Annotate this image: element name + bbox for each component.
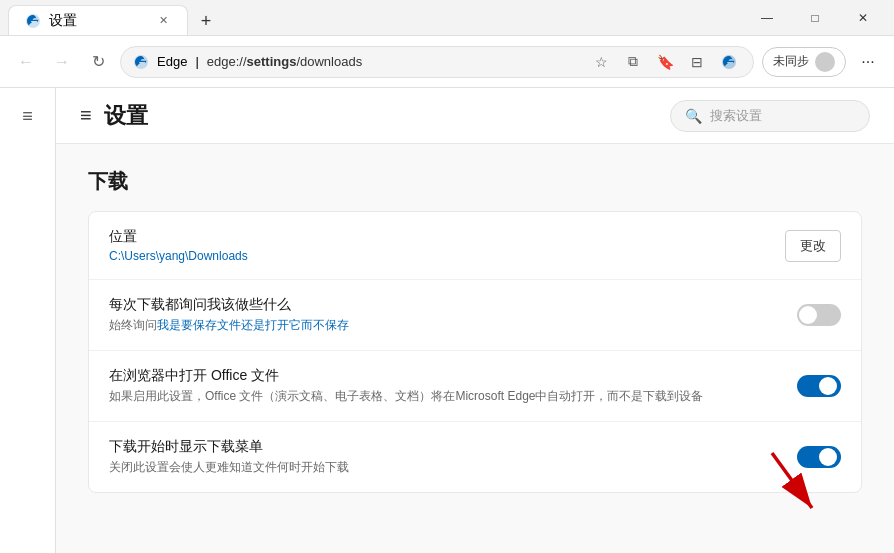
close-btn[interactable]: ✕ — [840, 3, 886, 33]
row-ask-title: 每次下载都询问我该做些什么 — [109, 296, 781, 314]
row-download-subtitle: 关闭此设置会使人更难知道文件何时开始下载 — [109, 459, 781, 476]
split-screen-icon[interactable]: ⧉ — [621, 50, 645, 74]
settings-header: ≡ 设置 🔍 搜索设置 — [56, 88, 894, 144]
ask-toggle[interactable] — [797, 304, 841, 326]
sync-btn[interactable]: 未同步 — [762, 47, 846, 77]
window-controls: — □ ✕ — [744, 3, 886, 33]
sidebar-menu-icon[interactable]: ≡ — [8, 96, 48, 136]
favorites-icon[interactable]: ☆ — [589, 50, 613, 74]
minimize-btn[interactable]: — — [744, 3, 790, 33]
maximize-btn[interactable]: □ — [792, 3, 838, 33]
settings-title-area: ≡ 设置 — [80, 101, 148, 131]
address-bar: ← → ↻ Edge | edge://settings/downloads ☆… — [0, 36, 894, 88]
add-to-favorites-icon[interactable]: 🔖 — [653, 50, 677, 74]
address-edge-label: Edge — [157, 54, 187, 69]
row-office-content: 在浏览器中打开 Office 文件 如果启用此设置，Office 文件（演示文稿… — [109, 367, 781, 405]
row-location-title: 位置 — [109, 228, 769, 246]
row-office-title: 在浏览器中打开 Office 文件 — [109, 367, 781, 385]
tab-bar: 设置 ✕ + — [8, 0, 744, 35]
address-url: edge://settings/downloads — [207, 54, 362, 69]
avatar — [815, 52, 835, 72]
tab-favicon-icon — [25, 13, 41, 29]
ask-toggle-thumb — [799, 306, 817, 324]
settings-menu-icon[interactable]: ≡ — [80, 104, 92, 127]
settings-card: 位置 C:\Users\yang\Downloads 更改 每次下载都询问我该做… — [88, 211, 862, 493]
search-box[interactable]: 🔍 搜索设置 — [670, 100, 870, 132]
title-bar: 设置 ✕ + — □ ✕ — [0, 0, 894, 36]
settings-row-download-menu: 下载开始时显示下载菜单 关闭此设置会使人更难知道文件何时开始下载 — [89, 422, 861, 492]
row-location-content: 位置 C:\Users\yang\Downloads — [109, 228, 769, 263]
page-title: 下载 — [88, 168, 862, 195]
row-download-title: 下载开始时显示下载菜单 — [109, 438, 781, 456]
address-divider: | — [195, 54, 198, 69]
location-path: C:\Users\yang\Downloads — [109, 249, 769, 263]
row-ask-subtitle-prefix: 始终询问 — [109, 318, 157, 332]
address-url-bold: settings — [247, 54, 297, 69]
row-download-action — [797, 446, 841, 468]
row-office-subtitle: 如果启用此设置，Office 文件（演示文稿、电子表格、文档）将在Microso… — [109, 388, 781, 405]
content-wrapper: 下载 位置 C:\Users\yang\Downloads 更改 — [88, 168, 862, 493]
office-toggle[interactable] — [797, 375, 841, 397]
row-ask-subtitle-link[interactable]: 我是要保存文件还是打开它而不保存 — [157, 318, 349, 332]
row-office-action — [797, 375, 841, 397]
content-area: 下载 位置 C:\Users\yang\Downloads 更改 — [56, 144, 894, 553]
new-tab-btn[interactable]: + — [192, 7, 220, 35]
search-icon: 🔍 — [685, 108, 702, 124]
address-right-icons: ☆ ⧉ 🔖 ⊟ — [589, 50, 741, 74]
search-placeholder: 搜索设置 — [710, 107, 762, 125]
edge-logo-icon — [133, 54, 149, 70]
page: ≡ ≡ 设置 🔍 搜索设置 下载 位置 — [0, 88, 894, 553]
address-input[interactable]: Edge | edge://settings/downloads ☆ ⧉ 🔖 ⊟ — [120, 46, 754, 78]
tab-title: 设置 — [49, 12, 77, 30]
settings-row-location: 位置 C:\Users\yang\Downloads 更改 — [89, 212, 861, 280]
change-location-btn[interactable]: 更改 — [785, 230, 841, 262]
row-ask-subtitle: 始终询问我是要保存文件还是打开它而不保存 — [109, 317, 781, 334]
row-ask-action — [797, 304, 841, 326]
download-menu-toggle-thumb — [819, 448, 837, 466]
sidebar: ≡ — [0, 88, 56, 553]
tab-close-btn[interactable]: ✕ — [155, 13, 171, 29]
main-content: ≡ 设置 🔍 搜索设置 下载 位置 C:\Users\yang\Download… — [56, 88, 894, 553]
sync-label: 未同步 — [773, 53, 809, 70]
more-btn[interactable]: ··· — [854, 48, 882, 76]
forward-btn[interactable]: → — [48, 48, 76, 76]
office-toggle-thumb — [819, 377, 837, 395]
back-btn[interactable]: ← — [12, 48, 40, 76]
download-menu-toggle[interactable] — [797, 446, 841, 468]
edge-addr-svg — [721, 54, 737, 70]
settings-row-office: 在浏览器中打开 Office 文件 如果启用此设置，Office 文件（演示文稿… — [89, 351, 861, 422]
refresh-btn[interactable]: ↻ — [84, 48, 112, 76]
edge-icon-addr[interactable] — [717, 50, 741, 74]
row-download-content: 下载开始时显示下载菜单 关闭此设置会使人更难知道文件何时开始下载 — [109, 438, 781, 476]
row-ask-content: 每次下载都询问我该做些什么 始终询问我是要保存文件还是打开它而不保存 — [109, 296, 781, 334]
active-tab[interactable]: 设置 ✕ — [8, 5, 188, 35]
settings-title: 设置 — [104, 101, 148, 131]
settings-row-ask: 每次下载都询问我该做些什么 始终询问我是要保存文件还是打开它而不保存 — [89, 280, 861, 351]
collections-icon[interactable]: ⊟ — [685, 50, 709, 74]
row-location-action: 更改 — [785, 230, 841, 262]
